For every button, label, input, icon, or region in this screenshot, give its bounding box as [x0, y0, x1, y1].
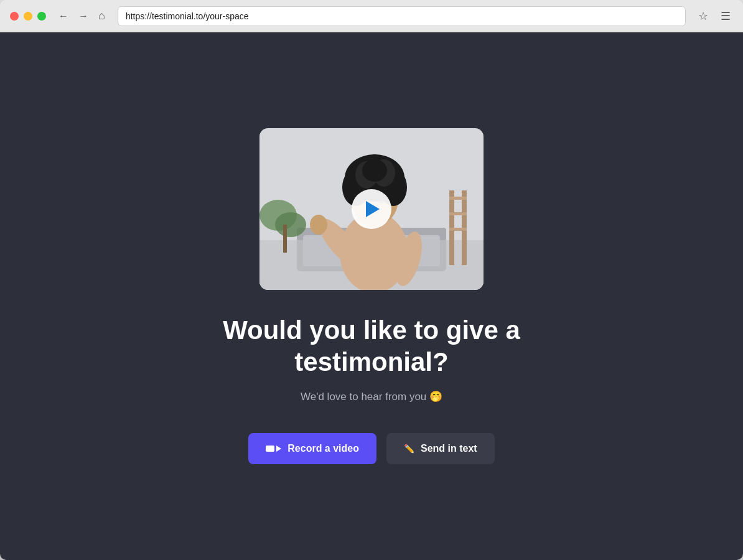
- sub-heading: We'd love to hear from you 🤭: [301, 390, 442, 403]
- menu-button[interactable]: ☰: [718, 7, 733, 26]
- svg-point-13: [275, 212, 306, 237]
- bookmark-button[interactable]: ☆: [696, 7, 711, 26]
- play-icon: [366, 201, 380, 217]
- svg-point-23: [362, 159, 387, 182]
- play-button[interactable]: [352, 189, 391, 229]
- svg-rect-9: [449, 197, 467, 200]
- svg-rect-11: [449, 228, 467, 231]
- browser-actions: ☆ ☰: [696, 7, 733, 26]
- forward-button[interactable]: →: [76, 7, 91, 25]
- back-button[interactable]: ←: [56, 7, 71, 25]
- svg-rect-10: [449, 212, 467, 215]
- video-camera-icon: [266, 446, 281, 452]
- svg-rect-14: [283, 225, 287, 253]
- record-video-label: Record a video: [287, 443, 359, 454]
- send-text-button[interactable]: ✏️ Send in text: [386, 433, 495, 464]
- close-button[interactable]: [10, 12, 19, 21]
- main-heading: Would you like to give a testimonial?: [197, 315, 546, 378]
- send-text-label: Send in text: [421, 443, 477, 454]
- page-content: Would you like to give a testimonial? We…: [0, 32, 743, 560]
- video-arrow: [276, 446, 281, 452]
- minimize-button[interactable]: [24, 12, 32, 21]
- title-bar: ← → ⌂ https://testimonial.to/your-space …: [0, 0, 743, 32]
- home-button[interactable]: ⌂: [96, 7, 108, 25]
- traffic-lights: [10, 12, 46, 21]
- address-bar[interactable]: https://testimonial.to/your-space: [118, 6, 686, 26]
- svg-point-27: [310, 215, 327, 235]
- url-text: https://testimonial.to/your-space: [126, 11, 249, 21]
- nav-controls: ← → ⌂: [56, 7, 108, 25]
- record-video-button[interactable]: Record a video: [248, 433, 376, 464]
- maximize-button[interactable]: [37, 12, 46, 21]
- video-rect: [266, 446, 274, 452]
- browser-window: ← → ⌂ https://testimonial.to/your-space …: [0, 0, 743, 560]
- buttons-row: Record a video ✏️ Send in text: [248, 433, 494, 464]
- pencil-icon: ✏️: [404, 444, 414, 454]
- video-thumbnail[interactable]: [259, 128, 484, 290]
